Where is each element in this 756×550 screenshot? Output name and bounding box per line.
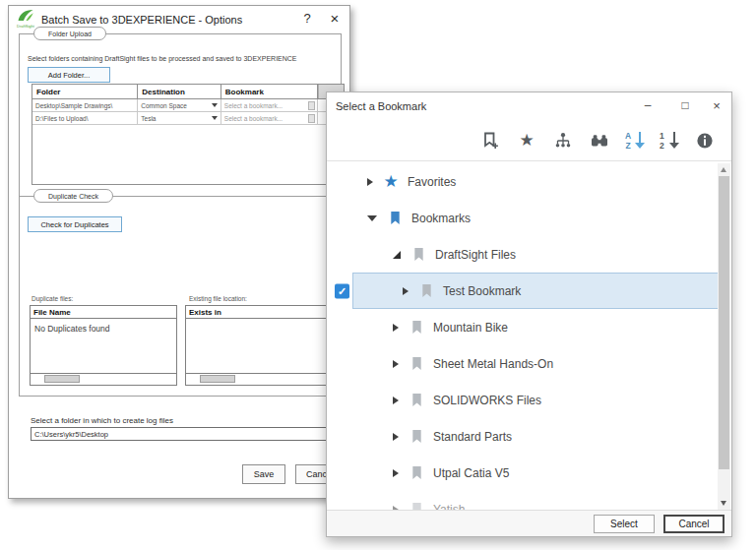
add-bookmark-icon[interactable] <box>478 129 502 153</box>
node-icon <box>387 211 403 225</box>
scrollbar-thumb[interactable] <box>719 176 729 469</box>
tree-item[interactable]: Yatish <box>327 491 731 510</box>
chevron-down-icon <box>212 116 218 120</box>
info-icon[interactable] <box>693 129 717 153</box>
scrollbar-thumb[interactable] <box>44 375 80 383</box>
node-icon <box>418 283 434 298</box>
bookmark-icon <box>410 393 423 407</box>
add-folder-button[interactable]: Add Folder... <box>28 67 110 83</box>
bookmark-toolbar: ★ AZ 12 <box>327 120 731 161</box>
tree-item-label: SOLIDWORKS Files <box>433 394 541 407</box>
tree-item-label: Yatish <box>433 503 465 511</box>
duplicate-check-groupbox: Duplicate Check Check for Duplicates Dup… <box>19 196 342 397</box>
tree-item[interactable]: DraftSight Files <box>327 236 731 273</box>
dialog-title: Batch Save to 3DEXPERIENCE - Options <box>41 14 242 26</box>
tree-item[interactable]: ★ Favorites <box>327 163 731 200</box>
bookmark-select[interactable]: Select a bookmark... <box>221 112 318 124</box>
tree-item[interactable]: SOLIDWORKS Files <box>327 382 731 418</box>
maximize-icon[interactable]: □ <box>676 98 694 112</box>
tree-view-icon[interactable] <box>551 129 575 153</box>
tree-item-label: Mountain Bike <box>433 321 508 335</box>
node-icon <box>409 320 424 335</box>
select-bookmark-dialog: Select a Bookmark – □ × ★ <box>326 92 732 537</box>
duplicate-files-panel: File Name No Duplicates found <box>30 305 177 386</box>
close-icon[interactable]: × <box>708 98 725 113</box>
bookmark-dropdown-button[interactable] <box>308 114 315 123</box>
expand-arrow-icon[interactable] <box>367 215 377 221</box>
scroll-up-icon[interactable] <box>721 167 726 172</box>
sort-numeric-icon[interactable]: 12 <box>659 130 680 152</box>
column-header-bookmark: Bookmark <box>221 85 318 98</box>
tree-item-label: DraftSight Files <box>435 248 516 262</box>
duplicate-files-label: Duplicate files: <box>32 295 73 302</box>
existing-location-label: Existing file location: <box>189 295 247 302</box>
node-icon: ★ <box>383 173 399 190</box>
cancel-button[interactable]: Cancel <box>663 515 724 533</box>
tree-item[interactable]: Mountain Bike <box>327 309 731 345</box>
dialog-title: Select a Bookmark <box>336 100 426 112</box>
tree-item[interactable]: Utpal Catia V5 <box>327 455 731 491</box>
folder-upload-legend: Folder Upload <box>33 27 106 40</box>
help-button[interactable]: ? <box>300 11 314 26</box>
tree-item[interactable]: Standard Parts <box>327 418 731 455</box>
expand-arrow-icon[interactable] <box>393 324 399 332</box>
save-button[interactable]: Save <box>242 464 285 484</box>
tree-item[interactable]: ✓ Test Bookmark <box>352 273 720 309</box>
exists-in-header: Exists in <box>186 306 336 319</box>
expand-arrow-icon[interactable] <box>367 178 373 186</box>
bookmark-icon <box>389 211 402 225</box>
draftsight-logo: DraftSight <box>14 9 37 29</box>
node-icon <box>410 247 426 262</box>
bookmark-icon <box>412 247 425 262</box>
existing-location-panel: Exists in <box>185 305 337 386</box>
expand-arrow-icon[interactable] <box>393 469 399 477</box>
checkbox-checked[interactable]: ✓ <box>335 283 349 298</box>
destination-select[interactable]: Tesla <box>138 112 220 124</box>
tree-item-label: Utpal Catia V5 <box>433 466 509 480</box>
select-button[interactable]: Select <box>594 515 655 533</box>
bookmark-icon <box>410 356 423 371</box>
sort-alphabetical-icon[interactable]: AZ <box>624 130 646 152</box>
no-duplicates-text: No Duplicates found <box>31 319 176 373</box>
horizontal-scrollbar[interactable] <box>186 373 336 384</box>
folder-cell: D:\Files to Upload\ <box>32 112 138 124</box>
tree-item[interactable]: Sheet Metal Hands-On <box>327 345 731 382</box>
table-row: D:\Files to Upload\ Tesla Select a bookm… <box>32 112 344 125</box>
expand-arrow-icon[interactable] <box>403 287 409 295</box>
bookmark-icon <box>410 429 423 444</box>
bookmark-tree: ★ Favorites Bookmarks DraftSight Files <box>327 161 731 510</box>
instruction-text: Select folders containing DraftSight fil… <box>28 55 297 62</box>
node-icon <box>409 393 424 407</box>
log-folder-input[interactable] <box>31 427 346 441</box>
scrollbar-thumb[interactable] <box>200 375 235 383</box>
vertical-scrollbar[interactable] <box>718 163 730 510</box>
tree-item-label: Bookmarks <box>411 212 471 225</box>
bookmark-icon <box>410 502 423 510</box>
tree-item-label: Test Bookmark <box>443 284 521 298</box>
search-binoculars-icon[interactable] <box>588 129 611 153</box>
bookmark-select[interactable]: Select a bookmark... <box>221 99 318 111</box>
log-folder-label: Select a folder in which to create log f… <box>31 416 173 425</box>
expand-arrow-icon[interactable] <box>393 251 401 259</box>
expand-arrow-icon[interactable] <box>393 433 399 441</box>
column-header-destination: Destination <box>138 85 220 98</box>
bookmark-dropdown-button[interactable] <box>308 101 315 110</box>
horizontal-scrollbar[interactable] <box>31 373 176 384</box>
draftsight-logo-icon <box>17 9 34 22</box>
close-icon[interactable]: × <box>328 10 342 27</box>
tree-item-label: Favorites <box>408 175 456 189</box>
scroll-down-icon[interactable] <box>721 501 726 506</box>
tree-item-label: Sheet Metal Hands-On <box>433 357 553 371</box>
destination-select[interactable]: Common Space <box>138 99 220 111</box>
favorites-star-icon[interactable]: ★ <box>515 129 538 153</box>
bookmark-icon <box>410 465 423 480</box>
expand-arrow-icon[interactable] <box>393 397 399 404</box>
node-icon <box>409 429 424 444</box>
star-icon: ★ <box>383 173 398 190</box>
expand-arrow-icon[interactable] <box>393 360 399 368</box>
upload-table-rows: Desktop\Sample Drawings\ Common Space Se… <box>32 99 344 125</box>
chevron-down-icon <box>212 103 218 107</box>
tree-item[interactable]: Bookmarks <box>327 200 731 236</box>
minimize-icon[interactable]: – <box>639 98 657 112</box>
check-for-duplicates-button[interactable]: Check for Duplicates <box>28 216 122 232</box>
